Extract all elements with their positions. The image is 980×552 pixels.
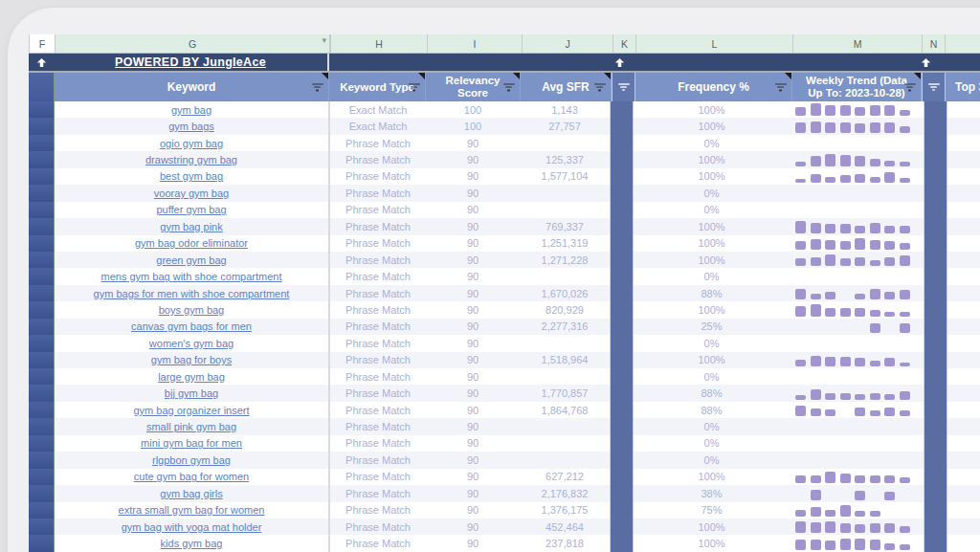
avg-sfr-cell[interactable]: 1,271,228 <box>520 252 610 268</box>
keyword-link[interactable]: puffer gym bag <box>156 204 226 215</box>
weekly-trend-cell[interactable] <box>790 135 924 151</box>
avg-sfr-cell[interactable] <box>520 368 610 385</box>
filter-icon[interactable] <box>593 81 606 92</box>
keyword-type-cell[interactable]: Phrase Match <box>330 469 426 485</box>
relevancy-score-cell[interactable]: 90 <box>426 235 520 252</box>
avg-sfr-cell[interactable] <box>520 435 610 452</box>
keyword-type-cell[interactable]: Phrase Match <box>330 385 426 401</box>
keyword-type-cell[interactable]: Phrase Match <box>330 268 426 284</box>
top3-cell[interactable] <box>947 535 980 551</box>
filter-icon[interactable] <box>311 81 323 92</box>
keyword-type-cell[interactable]: Phrase Match <box>330 485 426 501</box>
keyword-type-cell[interactable]: Phrase Match <box>330 519 426 535</box>
column-header-l[interactable]: L <box>636 34 793 53</box>
keyword-link[interactable]: boys gym bag <box>159 304 224 316</box>
relevancy-score-cell[interactable]: 90 <box>426 535 520 551</box>
keyword-link[interactable]: best gym bag <box>160 170 223 182</box>
weekly-trend-cell[interactable] <box>790 118 924 134</box>
relevancy-score-cell[interactable]: 100 <box>426 101 520 118</box>
keyword-type-cell[interactable]: Phrase Match <box>330 368 426 385</box>
top3-cell[interactable] <box>947 452 980 468</box>
relevancy-score-cell[interactable]: 90 <box>426 352 520 368</box>
relevancy-score-cell[interactable]: 90 <box>426 435 520 452</box>
frequency-cell[interactable]: 100% <box>634 118 790 134</box>
frequency-cell[interactable]: 100% <box>634 519 790 535</box>
relevancy-score-cell[interactable]: 90 <box>426 402 520 418</box>
keyword-cell[interactable]: green gym bag <box>55 252 330 268</box>
avg-sfr-cell[interactable]: 2,176,832 <box>520 485 610 501</box>
relevancy-score-cell[interactable]: 90 <box>426 452 520 468</box>
powered-by-cell[interactable]: POWERED BY JungleAce <box>54 54 329 71</box>
separator-header[interactable] <box>612 73 635 101</box>
weekly-trend-cell[interactable] <box>790 368 924 385</box>
relevancy-score-cell[interactable]: 90 <box>426 168 520 185</box>
keyword-type-cell[interactable]: Phrase Match <box>330 168 426 185</box>
avg-sfr-cell[interactable]: 1,670,026 <box>520 285 610 301</box>
keyword-link[interactable]: gym bag odor eliminator <box>135 237 248 249</box>
column-header-i[interactable]: I <box>428 34 523 53</box>
column-header-h[interactable]: H <box>331 34 428 53</box>
column-header-g[interactable]: G ▾ <box>56 34 331 53</box>
top3-cell[interactable] <box>947 151 980 167</box>
keyword-link[interactable]: gym bags <box>168 121 214 132</box>
frequency-cell[interactable]: 100% <box>634 101 790 118</box>
relevancy-score-cell[interactable]: 90 <box>426 268 520 284</box>
relevancy-score-cell[interactable]: 90 <box>426 335 520 351</box>
top3-cell[interactable] <box>947 368 980 385</box>
column-header-f[interactable]: F <box>29 34 56 53</box>
frequency-cell[interactable]: 25% <box>634 319 790 335</box>
weekly-trend-cell[interactable] <box>790 485 924 501</box>
top3-cell[interactable] <box>947 385 980 401</box>
keyword-type-cell[interactable]: Phrase Match <box>330 535 426 551</box>
keyword-link[interactable]: mens gym bag with shoe compartment <box>101 271 282 282</box>
keyword-type-cell[interactable]: Phrase Match <box>330 135 426 151</box>
avg-sfr-cell[interactable]: 1,143 <box>520 101 610 118</box>
avg-sfr-cell[interactable]: 125,337 <box>520 151 610 167</box>
keyword-cell[interactable]: mens gym bag with shoe compartment <box>55 268 330 284</box>
weekly-trend-cell[interactable] <box>790 235 924 252</box>
top3-cell[interactable] <box>947 168 980 185</box>
filter-icon[interactable] <box>408 81 420 92</box>
top3-cell[interactable] <box>947 502 980 519</box>
scroll-top-cell[interactable] <box>915 54 937 71</box>
keyword-link[interactable]: rlgpbon gym bag <box>152 454 231 466</box>
frequency-cell[interactable]: 100% <box>634 301 790 318</box>
keyword-link[interactable]: gym bag girls <box>160 488 222 499</box>
top3-cell[interactable] <box>947 252 980 268</box>
filter-icon[interactable] <box>617 81 630 92</box>
keyword-link[interactable]: gym bags for men with shoe compartment <box>94 288 290 299</box>
top3-cell[interactable] <box>947 352 980 368</box>
top3-cell[interactable] <box>947 268 980 284</box>
relevancy-score-cell[interactable]: 90 <box>426 301 520 318</box>
chevron-down-icon[interactable]: ▾ <box>322 36 326 45</box>
weekly-trend-cell[interactable] <box>790 535 924 551</box>
weekly-trend-cell[interactable] <box>790 202 924 218</box>
powered-by-link[interactable]: POWERED BY JungleAce <box>115 55 266 69</box>
top3-cell[interactable] <box>947 435 980 452</box>
keyword-cell[interactable]: gym bag for boys <box>55 352 330 368</box>
keyword-link[interactable]: kids gym bag <box>161 538 223 549</box>
keyword-type-cell[interactable]: Phrase Match <box>330 418 426 434</box>
top3-cell[interactable] <box>947 402 980 418</box>
column-header-m[interactable]: M <box>793 34 923 53</box>
avg-sfr-cell[interactable]: 237,818 <box>520 535 610 551</box>
frequency-cell[interactable]: 0% <box>634 335 790 351</box>
frequency-cell[interactable]: 88% <box>634 285 790 301</box>
weekly-trend-cell[interactable] <box>790 452 924 468</box>
avg-sfr-cell[interactable]: 2,277,316 <box>520 319 610 335</box>
avg-sfr-cell[interactable] <box>520 335 610 351</box>
weekly-trend-cell[interactable] <box>790 502 924 519</box>
weekly-trend-cell[interactable] <box>790 218 924 234</box>
keyword-link[interactable]: cute gym bag for women <box>134 471 249 482</box>
frequency-cell[interactable]: 88% <box>634 385 790 401</box>
frequency-cell[interactable]: 38% <box>634 485 790 501</box>
frequency-cell[interactable]: 100% <box>634 168 790 185</box>
keyword-type-cell[interactable]: Phrase Match <box>330 319 426 335</box>
frequency-cell[interactable]: 0% <box>634 185 790 201</box>
keyword-type-cell[interactable]: Phrase Match <box>330 235 426 252</box>
relevancy-score-cell[interactable]: 90 <box>426 418 520 434</box>
header-keyword-type[interactable]: Keyword Type <box>329 73 426 101</box>
weekly-trend-cell[interactable] <box>790 435 924 452</box>
frequency-cell[interactable]: 100% <box>634 218 790 234</box>
relevancy-score-cell[interactable]: 100 <box>426 118 520 134</box>
